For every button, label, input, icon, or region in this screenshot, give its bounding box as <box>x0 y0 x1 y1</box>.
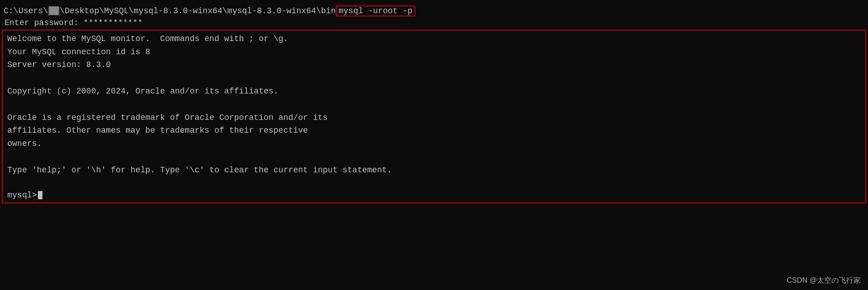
welcome-line-3: Server version: 8.3.0 <box>6 58 862 72</box>
terminal-window: C:\Users\ ██ \Desktop\MySQL\mysql-8.3.0-… <box>0 0 868 290</box>
mysql-prompt-line[interactable]: mysql> <box>6 190 862 201</box>
path-text: C:\Users\ <box>4 6 48 16</box>
empty-line-1 <box>6 72 862 85</box>
mysql-command: mysql -uroot -p <box>336 5 415 16</box>
prompt-text: mysql> <box>7 191 37 200</box>
empty-line-4 <box>6 177 862 190</box>
oracle-line-1: Oracle is a registered trademark of Orac… <box>6 111 862 124</box>
oracle-line-2: affiliates. Other names may be trademark… <box>6 124 862 137</box>
empty-line-2 <box>6 98 862 111</box>
cursor <box>38 191 42 199</box>
watermark: CSDN @太空の飞行家 <box>787 276 861 285</box>
help-line: Type 'help;' or '\h' for help. Type '\c'… <box>6 164 862 177</box>
command-line: C:\Users\ ██ \Desktop\MySQL\mysql-8.3.0-… <box>4 5 864 16</box>
path-hidden-text: ██ <box>48 6 60 16</box>
mysql-output-box: Welcome to the MySQL monitor. Commands e… <box>2 30 866 204</box>
path-rest-text: \Desktop\MySQL\mysql-8.3.0-winx64\mysql-… <box>60 6 336 16</box>
password-line: Enter password: ************ <box>4 16 864 30</box>
pre-login-section: C:\Users\ ██ \Desktop\MySQL\mysql-8.3.0-… <box>0 4 868 30</box>
welcome-line-2: Your MySQL connection id is 8 <box>6 46 862 59</box>
empty-line-3 <box>6 150 862 164</box>
copyright-line: Copyright (c) 2000, 2024, Oracle and/or … <box>6 85 862 98</box>
oracle-line-3: owners. <box>6 137 862 150</box>
welcome-line-1: Welcome to the MySQL monitor. Commands e… <box>6 32 862 46</box>
